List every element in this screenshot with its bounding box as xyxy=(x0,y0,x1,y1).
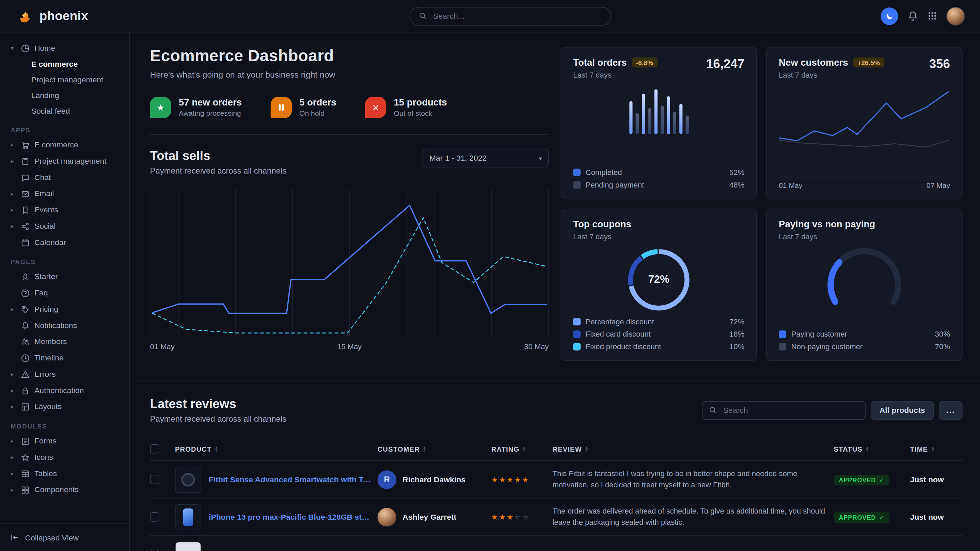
sidebar-item-project-management[interactable]: ▸ Project management xyxy=(9,153,123,170)
pie-chart-icon xyxy=(20,43,30,53)
legend-non-paying-customer: Non-paying customer 70% xyxy=(779,342,950,351)
product-link[interactable]: Fitbit Sense Advanced Smartwatch with To… xyxy=(209,475,371,484)
sidebar-item-authentication[interactable]: ▸ Authentication xyxy=(9,382,123,399)
card-period: Last 7 days xyxy=(779,70,884,79)
customer-avatar: R xyxy=(378,470,396,489)
chat-icon xyxy=(20,173,30,183)
change-badge: -6.8% xyxy=(632,57,657,67)
sidebar-item-members[interactable]: Members xyxy=(9,333,123,350)
user-avatar[interactable] xyxy=(946,6,965,25)
sidebar-item-layouts[interactable]: ▸ Layouts xyxy=(9,399,123,415)
legend-swatch xyxy=(779,330,786,338)
sidebar-item-label: Errors xyxy=(34,370,56,379)
sidebar-item-faq[interactable]: Faq xyxy=(9,285,123,301)
customer-name: Richard Dawkins xyxy=(402,475,466,484)
sidebar-item-components[interactable]: ▸ Components xyxy=(9,481,123,498)
sidebar-item-label: Tables xyxy=(34,469,57,478)
sidebar-item-social-feed[interactable]: Social feed xyxy=(9,103,123,119)
sidebar-item-email[interactable]: ▸ Email xyxy=(9,186,123,202)
sidebar-item-landing[interactable]: Landing xyxy=(9,87,123,103)
reviews-search[interactable] xyxy=(702,400,865,419)
brand[interactable]: phoenix xyxy=(18,8,88,24)
sidebar-item-icons[interactable]: ▸ Icons xyxy=(9,449,123,465)
sidebar-item-errors[interactable]: ▸ Errors xyxy=(9,366,123,383)
stat-value: 15 products xyxy=(394,97,447,108)
search-icon xyxy=(419,12,427,20)
grid-icon xyxy=(928,11,937,21)
sidebar-item-pricing[interactable]: ▸ Pricing xyxy=(9,301,123,318)
new-customers-value: 356 xyxy=(929,57,950,71)
sidebar-item-project-management-dashboard[interactable]: Project management xyxy=(9,72,123,87)
tag-icon xyxy=(20,304,30,314)
caret-down-icon: ▾ xyxy=(9,45,16,51)
product-thumbnail xyxy=(175,541,201,551)
caret-right-icon: ▸ xyxy=(9,438,16,444)
more-actions-button[interactable]: ... xyxy=(939,400,963,419)
calendar-icon xyxy=(20,237,30,247)
sidebar-section-modules: MODULES xyxy=(11,423,123,430)
sidebar-item-forms[interactable]: ▸ Forms xyxy=(9,433,123,449)
apps-menu-button[interactable] xyxy=(928,11,937,21)
row-checkbox[interactable] xyxy=(150,549,160,551)
sidebar-item-chat[interactable]: Chat xyxy=(9,169,123,186)
sidebar-item-starter[interactable]: Starter xyxy=(9,268,123,285)
collapse-sidebar-button[interactable]: Collapsed View xyxy=(0,524,129,551)
total-sells-subtitle: Payment received across all channels xyxy=(150,166,287,176)
sidebar-item-label: Authentication xyxy=(34,386,84,395)
sidebar-item-ecommerce-dashboard[interactable]: E commerce xyxy=(9,56,123,72)
column-header-review[interactable]: REVIEW▴▾ xyxy=(553,445,828,453)
sidebar-item-label: Email xyxy=(34,189,54,198)
column-header-rating[interactable]: RATING▴▾ xyxy=(492,445,547,453)
layout-icon xyxy=(20,402,30,411)
column-header-product[interactable]: PRODUCT▴▾ xyxy=(175,445,371,453)
new-customers-card: New customers +26.5% Last 7 days 356 01 … xyxy=(766,47,962,199)
legend-fixed-product-discount: Fixed product discount 10% xyxy=(573,342,745,351)
close-bubble-icon: × xyxy=(365,97,386,118)
sidebar-item-label: Chat xyxy=(34,173,51,182)
select-all-checkbox[interactable] xyxy=(150,444,160,454)
bell-icon xyxy=(20,321,30,330)
components-icon xyxy=(20,484,30,494)
sidebar-item-label: Home xyxy=(34,44,55,52)
stat-value: 57 new orders xyxy=(179,97,242,108)
product-thumbnail xyxy=(175,466,201,492)
sidebar-item-ecommerce[interactable]: ▸ E commerce xyxy=(9,137,123,153)
card-title: Top coupons xyxy=(573,219,631,229)
sidebar-item-label: Project management xyxy=(34,157,107,166)
search-input[interactable] xyxy=(432,11,602,21)
sidebar-item-timeline[interactable]: Timeline xyxy=(9,350,123,366)
coupons-donut-chart: 72% xyxy=(625,246,693,313)
product-link[interactable]: iPhone 13 pro max-Pacific Blue-128GB sto… xyxy=(209,513,371,521)
stat-caption: Awating processing xyxy=(179,109,242,117)
row-checkbox[interactable] xyxy=(150,475,160,484)
notifications-button[interactable] xyxy=(907,11,918,21)
new-customers-chart xyxy=(779,87,950,152)
sidebar-item-notifications[interactable]: Notifications xyxy=(9,317,123,333)
sidebar-item-home[interactable]: ▾ Home xyxy=(9,40,123,56)
status-badge: APPROVED✓ xyxy=(834,475,890,485)
global-search[interactable] xyxy=(409,6,611,25)
reviews-search-input[interactable] xyxy=(722,405,859,415)
column-header-time[interactable]: TIME▴▾ xyxy=(910,445,962,453)
date-range-select[interactable]: Mar 1 - 31, 2022 ▾ xyxy=(423,149,549,167)
sidebar-item-events[interactable]: ▸ Events xyxy=(9,202,123,218)
review-text: This Fitbit is fantastic! I was trying t… xyxy=(553,468,828,491)
theme-toggle[interactable] xyxy=(881,7,898,24)
legend-fixed-card-discount: Fixed card discount 18% xyxy=(573,330,745,339)
sidebar-item-tables[interactable]: ▸ Tables xyxy=(9,465,123,481)
row-checkbox[interactable] xyxy=(150,512,160,522)
card-period: Last 7 days xyxy=(573,232,631,241)
all-products-button[interactable]: All products xyxy=(871,400,934,419)
table-row xyxy=(150,536,963,551)
caret-right-icon: ▸ xyxy=(9,191,16,197)
sidebar-item-social[interactable]: ▸ Social xyxy=(9,218,123,235)
cart-icon xyxy=(20,140,30,150)
divider xyxy=(150,135,549,135)
chevron-down-icon: ▾ xyxy=(539,154,542,161)
stat-new-orders: ★ 57 new orders Awating processing xyxy=(150,97,242,118)
caret-right-icon: ▸ xyxy=(9,470,16,476)
column-header-status[interactable]: STATUS▴▾ xyxy=(834,445,904,453)
sidebar-item-calendar[interactable]: Calendar xyxy=(9,234,123,251)
column-header-customer[interactable]: CUSTOMER▴▾ xyxy=(378,445,485,453)
caret-right-icon: ▸ xyxy=(9,158,16,164)
